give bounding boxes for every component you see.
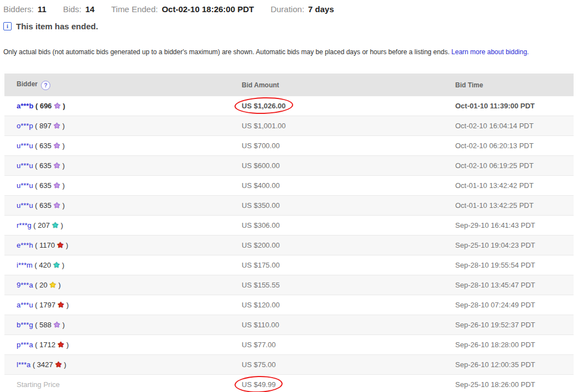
bidder-cell: Starting Price (4, 380, 242, 389)
bid-amount-cell: US $1,001.00 (242, 122, 455, 130)
bidder-link[interactable]: u***u (17, 161, 33, 170)
bidder-link[interactable]: i***m (17, 261, 33, 269)
bidder-link[interactable]: a***b (17, 102, 33, 110)
bidder-header-label: Bidder (17, 80, 38, 88)
feedback-paren: ) (64, 241, 68, 249)
bid-amount-value: US $155.55 (242, 281, 280, 289)
bid-amount-value: US $75.00 (242, 360, 275, 369)
bidder-cell: o***p ( 897 ★ ) (4, 122, 242, 130)
feedback-paren: ) (60, 161, 65, 170)
feedback-score: ( 696 (33, 102, 54, 110)
bid-amount-cell: US $350.00 (242, 201, 455, 210)
info-icon: i (3, 22, 12, 30)
bid-table-row: p***a ( 1712 ★ ) US $77.00 Sep-26-10 18:… (4, 334, 574, 354)
feedback-paren: ) (64, 341, 69, 349)
red-circle-annotation (235, 375, 283, 392)
feedback-paren: ) (59, 221, 63, 229)
feedback-score: ( 420 (33, 261, 53, 269)
bid-amount-value: US $200.00 (242, 241, 280, 249)
bidder-link[interactable]: u***u (17, 201, 33, 210)
bidder-cell: e***h ( 1170 ★ ) (4, 241, 242, 249)
feedback-paren: ) (60, 261, 64, 269)
bid-table-row: l***a ( 3427 ★ ) US $75.00 Sep-26-10 12:… (4, 354, 574, 374)
bidding-note-text: Only actual bids (not automatic bids gen… (3, 48, 451, 56)
feedback-paren: ) (61, 102, 65, 110)
bid-amount-cell: US $200.00 (242, 241, 455, 249)
bidder-cell: u***u ( 635 ★ ) (4, 142, 242, 150)
bid-time-value: Sep-29-10 16:41:43 PDT (455, 221, 574, 229)
bidder-cell: a***u ( 1797 ★ ) (4, 301, 242, 309)
bidders-label: Bidders: (3, 4, 34, 14)
bid-amount-cell: US $306.00 (242, 221, 455, 229)
bid-table-row: b***g ( 588 ★ ) US $110.00 Sep-26-10 19:… (4, 315, 574, 334)
bidder-link[interactable]: a***u (17, 301, 33, 309)
bidder-cell: r***g ( 207 ★ ) (4, 221, 242, 229)
bidder-link[interactable]: p***a (17, 341, 33, 349)
bid-amount-cell: US $700.00 (242, 142, 455, 150)
bid-time-value: Oct-02-10 06:20:13 PDT (455, 142, 574, 150)
bid-table-row: u***u ( 635 ★ ) US $400.00 Oct-01-10 13:… (4, 175, 574, 195)
bid-amount-column-header: Bid Amount (242, 81, 455, 89)
bid-amount-value: US $49.99 (242, 380, 275, 389)
item-ended-text: This item has ended. (16, 22, 98, 31)
feedback-score: ( 1797 (33, 301, 58, 309)
feedback-star-icon: ★ (54, 161, 61, 170)
feedback-star-icon: ★ (54, 320, 61, 329)
bid-amount-cell: US $120.00 (242, 301, 455, 309)
bidder-cell: u***u ( 635 ★ ) (4, 181, 242, 190)
bid-time-column-header: Bid Time (455, 81, 574, 89)
stat-bidders: Bidders: 11 (3, 4, 46, 14)
learn-more-link[interactable]: Learn more about bidding. (451, 48, 529, 56)
item-ended-banner: i This item has ended. (3, 22, 578, 31)
feedback-star-icon: ★ (58, 300, 65, 309)
feedback-score: ( 635 (33, 181, 54, 190)
bid-amount-value: US $77.00 (242, 341, 275, 349)
feedback-star-icon: ★ (57, 241, 64, 249)
bid-amount-cell: US $600.00 (242, 161, 455, 170)
duration-label: Duration: (270, 4, 304, 14)
feedback-paren: ) (60, 142, 65, 150)
bids-label: Bids: (63, 4, 81, 14)
bid-history-table: Bidder? Bid Amount Bid Time a***b ( 696 … (4, 74, 574, 392)
bid-time-value: Sep-26-10 18:28:00 PDT (455, 341, 574, 349)
bid-table-body: a***b ( 696 ★ ) US $1,026.00 Oct-01-10 1… (4, 96, 574, 392)
bid-time-value: Oct-01-10 11:39:00 PDT (455, 102, 574, 110)
time-ended-value: Oct-02-10 18:26:00 PDT (162, 4, 254, 14)
bidding-note: Only actual bids (not automatic bids gen… (3, 48, 578, 56)
feedback-star-icon: ★ (54, 121, 61, 130)
bid-table-row: i***m ( 420 ★ ) US $175.00 Sep-28-10 19:… (4, 255, 574, 275)
bid-table-row: o***p ( 897 ★ ) US $1,001.00 Oct-02-10 1… (4, 116, 574, 135)
feedback-score: ( 635 (33, 161, 54, 170)
bid-amount-cell: US $110.00 (242, 321, 455, 329)
help-icon[interactable]: ? (41, 81, 50, 90)
bid-time-value: Sep-28-10 19:55:54 PDT (455, 261, 574, 269)
bid-table-row: a***u ( 1797 ★ ) US $120.00 Sep-28-10 07… (4, 295, 574, 315)
bid-time-value: Oct-02-10 16:04:14 PDT (455, 122, 574, 130)
bid-amount-value: US $120.00 (242, 301, 280, 309)
bid-time-value: Sep-25-10 19:04:23 PDT (455, 241, 574, 249)
bidder-cell: a***b ( 696 ★ ) (4, 102, 242, 110)
bid-amount-value: US $1,026.00 (242, 102, 286, 110)
feedback-score: ( 3427 (30, 360, 55, 369)
bid-amount-cell: US $1,026.00 (242, 102, 455, 110)
bidder-link[interactable]: b***g (17, 321, 33, 329)
bidder-link[interactable]: l***a (17, 360, 30, 369)
duration-value: 7 days (308, 4, 334, 14)
bid-time-value: Sep-26-10 19:52:37 PDT (455, 321, 574, 329)
bidder-link[interactable]: u***u (17, 142, 33, 150)
bid-table-row: a***b ( 696 ★ ) US $1,026.00 Oct-01-10 1… (4, 96, 574, 116)
bidder-link[interactable]: o***p (17, 122, 33, 130)
feedback-star-icon: ★ (49, 280, 56, 289)
bidder-link[interactable]: r***g (17, 221, 32, 229)
bid-table-row: u***u ( 635 ★ ) US $700.00 Oct-02-10 06:… (4, 135, 574, 155)
bid-amount-value: US $600.00 (242, 161, 280, 170)
bid-table-row: r***g ( 207 ★ ) US $306.00 Sep-29-10 16:… (4, 215, 574, 235)
bid-amount-value: US $350.00 (242, 201, 280, 210)
bidder-link[interactable]: e***h (17, 241, 33, 249)
bidder-link[interactable]: 9***a (17, 281, 33, 289)
stat-bids: Bids: 14 (63, 4, 95, 14)
bidder-link[interactable]: u***u (17, 181, 33, 190)
feedback-star-icon: ★ (54, 141, 61, 150)
bid-amount-cell: US $75.00 (242, 360, 455, 369)
bid-amount-value: US $400.00 (242, 181, 280, 190)
